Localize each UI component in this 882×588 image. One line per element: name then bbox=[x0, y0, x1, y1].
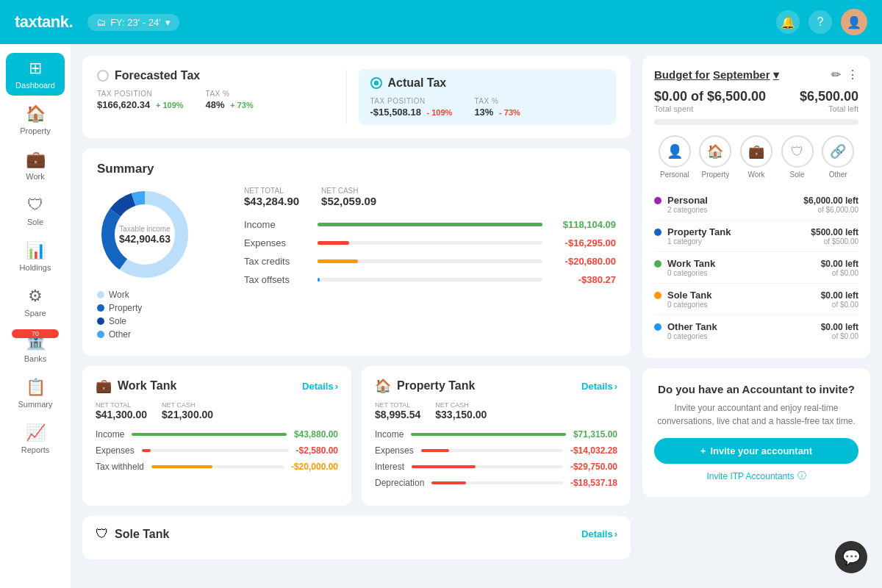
budget-icon-personal[interactable]: 👤 Personal bbox=[659, 135, 691, 179]
work-income: Income $43,880.00 bbox=[96, 429, 338, 440]
legend-work: Work bbox=[97, 290, 229, 300]
sidebar-item-spare[interactable]: ⚙ Spare bbox=[6, 281, 65, 323]
other-budget-icon: 🔗 bbox=[822, 135, 854, 168]
personal-dot bbox=[654, 197, 662, 204]
sole-tank-details-link[interactable]: Details › bbox=[581, 528, 617, 539]
sidebar-item-summary[interactable]: 📋 Summary bbox=[6, 372, 65, 415]
budget-card: Budget for September ▾ ✏ ⋮ $0.00 of $6,5… bbox=[642, 56, 870, 358]
avatar[interactable]: 👤 bbox=[841, 9, 867, 35]
main-layout: ⊞ Dashboard 🏠 Property 💼 Work 🛡 Sole 📊 H… bbox=[0, 44, 882, 588]
sidebar-item-dashboard[interactable]: ⊞ Dashboard bbox=[6, 53, 65, 96]
work-tank-details-link[interactable]: Details › bbox=[302, 381, 338, 392]
work-net-total: NET TOTAL $41,300.00 bbox=[96, 401, 147, 420]
metric-expenses: Expenses -$16,295.00 bbox=[244, 237, 616, 248]
help-circle-icon: ⓘ bbox=[797, 470, 806, 482]
property-expenses: Expenses -$14,032.28 bbox=[375, 445, 617, 456]
legend-sole: Sole bbox=[97, 316, 229, 326]
budget-amounts: $0.00 of $6,500.00 Total spent $6,500.00… bbox=[654, 89, 858, 113]
chat-bubble[interactable]: 💬 bbox=[835, 541, 867, 573]
budget-header-right: ✏ ⋮ bbox=[831, 68, 858, 82]
property-tank-icon: 🏠 bbox=[375, 378, 391, 394]
work-tank-card: 💼 Work Tank Details › NET TOTAL $41,300.… bbox=[82, 366, 351, 506]
budget-category-property: Property Tank 1 category $500.00 left of… bbox=[654, 220, 858, 252]
forecasted-tax-row: TAX POSITION $166,620.34 + 109% TAX % 48… bbox=[97, 90, 331, 110]
legend-dot-work bbox=[97, 291, 104, 298]
budget-spent-section: $0.00 of $6,500.00 Total spent bbox=[654, 89, 766, 113]
work-icon: 💼 bbox=[26, 150, 46, 169]
content: Forecasted Tax TAX POSITION $166,620.34 … bbox=[71, 44, 882, 588]
budget-category-other: Other Tank 0 categories $0.00 left of $0… bbox=[654, 315, 858, 346]
more-icon[interactable]: ⋮ bbox=[847, 68, 858, 82]
budget-title: Budget for September ▾ bbox=[654, 68, 779, 82]
plus-icon: + bbox=[700, 445, 706, 456]
property-budget-icon: 🏠 bbox=[699, 135, 731, 168]
work-tank-title-row: 💼 Work Tank bbox=[96, 378, 176, 394]
property-net-total: NET TOTAL $8,995.54 bbox=[375, 401, 420, 420]
invite-accountant-button[interactable]: + Invite your accountant bbox=[654, 438, 858, 464]
forecasted-tax-title: Forecasted Tax bbox=[97, 69, 331, 82]
sidebar-item-property[interactable]: 🏠 Property bbox=[6, 98, 65, 141]
work-cat-dot bbox=[654, 260, 662, 268]
summary-title: Summary bbox=[97, 162, 616, 176]
property-tank-details-link[interactable]: Details › bbox=[581, 381, 617, 392]
banks-icon: 🏦70 bbox=[26, 332, 46, 351]
sidebar-item-holdings[interactable]: 📊 Holdings bbox=[6, 235, 65, 278]
actual-pct: TAX % 13% - 73% bbox=[474, 97, 520, 118]
budget-icon-work[interactable]: 💼 Work bbox=[740, 135, 772, 179]
actual-tax-title: Actual Tax bbox=[370, 76, 605, 90]
property-net-cash: NET CASH $33,150.00 bbox=[435, 401, 487, 420]
help-button[interactable]: ? bbox=[808, 10, 832, 34]
chevron-right-icon: › bbox=[335, 381, 338, 392]
sidebar-item-work[interactable]: 💼 Work bbox=[6, 144, 65, 187]
sole-tank-icon: 🛡 bbox=[96, 526, 109, 542]
budget-icon-other[interactable]: 🔗 Other bbox=[822, 135, 854, 179]
forecasted-pct: TAX % 48% + 73% bbox=[206, 90, 254, 110]
actual-position: TAX POSITION -$15,508.18 - 109% bbox=[370, 97, 453, 118]
main-column: Forecasted Tax TAX POSITION $166,620.34 … bbox=[82, 56, 631, 576]
sole-budget-icon: 🛡 bbox=[781, 135, 814, 168]
property-icon: 🏠 bbox=[26, 104, 46, 123]
sidebar: ⊞ Dashboard 🏠 Property 💼 Work 🛡 Sole 📊 H… bbox=[0, 44, 71, 588]
actual-tax-section: Actual Tax TAX POSITION -$15,508.18 - 10… bbox=[359, 69, 617, 125]
sidebar-item-reports[interactable]: 📈 Reports bbox=[6, 417, 65, 460]
budget-category-personal: Personal 2 categories $6,000.00 left of … bbox=[654, 189, 858, 220]
property-tank-card: 🏠 Property Tank Details › NET TOTAL $8,9… bbox=[362, 366, 631, 506]
donut-container: Taxable income $42,904.63 Work P bbox=[97, 187, 229, 343]
sole-tank-title-row: 🛡 Sole Tank bbox=[96, 526, 169, 542]
sole-tank-header: 🛡 Sole Tank Details › bbox=[96, 526, 617, 542]
budget-category-work: Work Tank 0 categories $0.00 left of $0.… bbox=[654, 252, 858, 284]
sidebar-item-sole[interactable]: 🛡 Sole bbox=[6, 190, 65, 232]
right-column: Budget for September ▾ ✏ ⋮ $0.00 of $6,5… bbox=[642, 56, 870, 576]
invite-itp-link[interactable]: Invite ITP Accountants ⓘ bbox=[654, 470, 858, 482]
summary-totals: NET TOTAL $43,284.90 NET CASH $52,059.09 bbox=[244, 187, 616, 207]
work-tax-withheld: Tax withheld -$20,000.00 bbox=[96, 462, 338, 472]
fy-selector[interactable]: 🗂 FY: 23' - 24' ▾ bbox=[87, 14, 179, 31]
work-net-cash: NET CASH $21,300.00 bbox=[162, 401, 213, 420]
legend-property: Property bbox=[97, 303, 229, 313]
forecasted-position: TAX POSITION $166,620.34 + 109% bbox=[97, 90, 184, 110]
budget-icon-property[interactable]: 🏠 Property bbox=[699, 135, 731, 179]
legend-dot-other bbox=[97, 331, 104, 338]
briefcase-icon: 🗂 bbox=[96, 17, 106, 28]
budget-icon-sole[interactable]: 🛡 Sole bbox=[781, 135, 814, 179]
forecasted-radio[interactable] bbox=[97, 70, 109, 82]
notifications-button[interactable]: 🔔 bbox=[776, 10, 800, 34]
legend-dot-sole bbox=[97, 318, 104, 325]
property-cat-dot bbox=[654, 229, 662, 236]
other-cat-dot bbox=[654, 323, 662, 331]
work-tank-icon: 💼 bbox=[96, 378, 112, 394]
sidebar-item-banks[interactable]: 🏦70 Banks bbox=[6, 326, 65, 369]
summary-inner: Taxable income $42,904.63 Work P bbox=[97, 187, 616, 343]
property-interest: Interest -$29,750.00 bbox=[375, 462, 617, 472]
forecasted-tax-section: Forecasted Tax TAX POSITION $166,620.34 … bbox=[97, 69, 347, 125]
donut-text: Taxable income $42,904.63 bbox=[119, 225, 171, 245]
metric-tax-credits: Tax credits -$20,680.00 bbox=[244, 256, 616, 267]
actual-radio[interactable] bbox=[370, 77, 382, 89]
tanks-grid: 💼 Work Tank Details › NET TOTAL $41,300.… bbox=[82, 366, 631, 506]
logo: taxtank. bbox=[15, 12, 73, 32]
summary-right: NET TOTAL $43,284.90 NET CASH $52,059.09… bbox=[244, 187, 616, 293]
donut-chart: Taxable income $42,904.63 bbox=[97, 187, 193, 282]
edit-icon[interactable]: ✏ bbox=[831, 68, 841, 82]
net-total: NET TOTAL $43,284.90 bbox=[244, 187, 299, 207]
summary-icon: 📋 bbox=[26, 378, 46, 397]
